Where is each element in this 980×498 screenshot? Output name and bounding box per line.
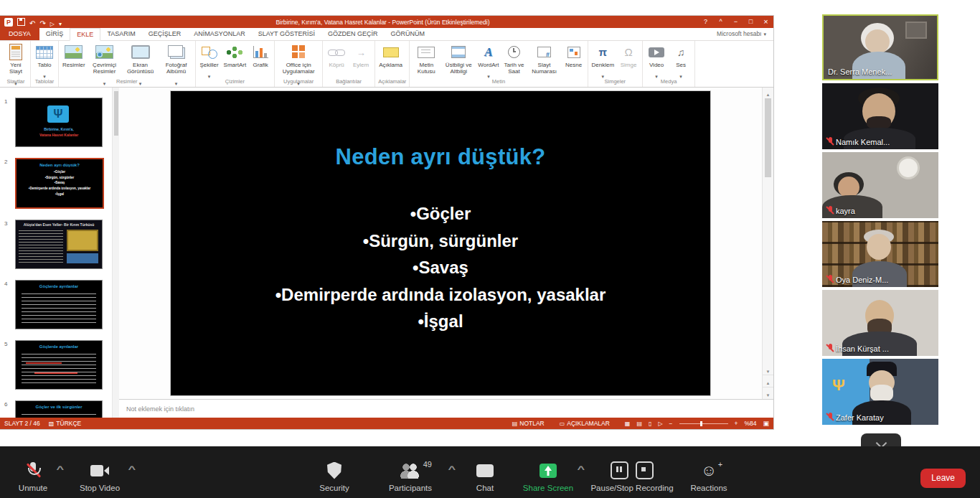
comments-toggle[interactable]: AÇIKLAMALAR: [560, 420, 610, 427]
pictures-button[interactable]: Resimler: [60, 42, 88, 69]
scrollbar-thumb[interactable]: [765, 98, 771, 177]
tab-giris[interactable]: GİRİŞ: [39, 28, 70, 40]
qat-customize-button[interactable]: [59, 16, 62, 29]
participant-tile-1[interactable]: Dr. Serra Menek...: [822, 14, 938, 80]
participant-tile-3[interactable]: kayra: [822, 152, 938, 218]
screenshot-icon: [131, 43, 150, 61]
tab-animasyonlar[interactable]: ANİMASYONLAR: [187, 28, 252, 40]
scrollbar-thumb[interactable]: [114, 91, 118, 136]
audio-options-caret[interactable]: ^: [56, 464, 64, 474]
view-reading-button[interactable]: [649, 420, 651, 427]
tab-ekle[interactable]: EKLE: [70, 28, 100, 41]
help-button[interactable]: [698, 16, 713, 29]
fit-to-window-button[interactable]: [763, 420, 769, 427]
ribbon-group-links: Köprü Eylem Bağlantılar: [323, 41, 375, 87]
undo-button[interactable]: [29, 16, 35, 29]
chart-button[interactable]: Grafik: [248, 42, 273, 69]
thumbnails-scrollbar[interactable]: [112, 88, 119, 418]
language-indicator[interactable]: TÜRKÇE: [49, 420, 82, 427]
next-slide-button[interactable]: [763, 387, 773, 399]
scroll-up-button[interactable]: [766, 88, 771, 98]
thumbnail-body: •Göçler •Sürgün, sürgünler •Savaş •Demir…: [17, 169, 103, 197]
slide-number-button[interactable]: Slayt Numarası: [527, 42, 562, 76]
text-box-button[interactable]: Metin Kutusu: [411, 42, 441, 76]
previous-slide-button[interactable]: [763, 375, 773, 387]
equation-button[interactable]: Denklem: [590, 42, 617, 82]
participant-tile-4[interactable]: Oya Deniz-M...: [822, 221, 938, 287]
maximize-button[interactable]: [743, 16, 758, 29]
close-button[interactable]: [758, 16, 773, 29]
symbol-button[interactable]: Simge: [616, 42, 641, 69]
save-button[interactable]: [17, 18, 25, 26]
view-normal-button[interactable]: [625, 420, 631, 427]
comment-button[interactable]: Açıklama: [377, 42, 405, 69]
participants-button[interactable]: 49 Participants: [376, 461, 445, 492]
audio-button[interactable]: Ses: [669, 42, 693, 82]
scroll-down-button[interactable]: [766, 365, 771, 375]
participants-count: 49: [423, 460, 432, 469]
slide-title-text[interactable]: Neden ayrı düştük?: [171, 144, 710, 170]
microsoft-account[interactable]: Microsoft hesabı: [717, 28, 773, 40]
slide-thumbnail-3[interactable]: Alüşta'dan Esen Yeller- Bir Kırım Türküs…: [15, 220, 103, 269]
tab-gozden-gecir[interactable]: GÖZDEN GEÇİR: [321, 28, 385, 40]
participant-tile-6[interactable]: Zafer Karatay: [822, 359, 938, 425]
zoom-out-button[interactable]: [669, 420, 673, 427]
slide-thumbnail-2[interactable]: Neden ayrı düştük? •Göçler •Sürgün, sürg…: [15, 158, 104, 209]
button-label: Yeni Slayt: [5, 62, 27, 75]
tab-gorunum[interactable]: GÖRÜNÜM: [384, 28, 431, 40]
security-button[interactable]: Security: [300, 461, 369, 492]
video-options-caret[interactable]: ^: [128, 464, 136, 474]
language-label: TÜRKÇE: [56, 420, 81, 427]
stop-video-button[interactable]: Stop Video: [65, 461, 134, 492]
pause-recording-button[interactable]: [611, 461, 628, 479]
stop-recording-button[interactable]: [636, 461, 654, 479]
slide-thumbnail-5[interactable]: Göçlerde ayrılanlar: [15, 340, 103, 390]
wordart-button[interactable]: WordArt: [476, 42, 501, 82]
slide-body-text[interactable]: •Göçler •Sürgün, sürgünler •Savaş •Demir…: [171, 200, 710, 335]
button-label: Tarih ve Saat: [504, 62, 525, 75]
button-label: Eylem: [353, 62, 369, 68]
button-label: Office için Uygulamalar: [278, 62, 319, 75]
hyperlink-button[interactable]: Köprü: [324, 42, 349, 69]
highlighted-text-line: [34, 372, 77, 374]
notes-toggle[interactable]: NOTLAR: [512, 420, 545, 427]
thumbnail-row: 1 Birbirine, Kırım'a, Vatana Hasret Kala…: [4, 98, 119, 147]
table-button[interactable]: Tablo: [32, 42, 57, 82]
slide-indicator[interactable]: SLAYT 2 / 46: [4, 420, 40, 427]
view-slide-sorter-button[interactable]: [636, 420, 642, 427]
participant-tile-2[interactable]: Namık Kemal...: [822, 83, 938, 149]
view-slideshow-button[interactable]: [658, 420, 662, 427]
reactions-button[interactable]: Reactions: [674, 461, 743, 492]
tab-gecisler[interactable]: GEÇİŞLER: [142, 28, 188, 40]
slide-thumbnail-1[interactable]: Birbirine, Kırım'a, Vatana Hasret Kalanl…: [15, 98, 103, 147]
date-time-button[interactable]: Tarih ve Saat: [501, 42, 527, 76]
smartart-button[interactable]: SmartArt: [222, 42, 249, 69]
tab-dosya[interactable]: DOSYA: [0, 28, 39, 40]
minimize-button[interactable]: [728, 16, 743, 29]
participant-name: Zafer Karatay: [826, 413, 884, 422]
slide-thumbnail-4[interactable]: Göçlerde ayrılanlar: [15, 280, 103, 329]
redo-button[interactable]: [39, 16, 45, 29]
reactions-label: Reactions: [690, 484, 727, 492]
thumbnail-row: 4 Göçlerde ayrılanlar: [4, 280, 119, 329]
video-button[interactable]: Video: [644, 42, 669, 82]
ribbon-options-button[interactable]: [713, 16, 728, 29]
participant-tile-5[interactable]: İhsan Kürşat ...: [822, 290, 938, 356]
tab-slayt-gosterisi[interactable]: SLAYT GÖSTERİSİ: [252, 28, 321, 40]
chat-button[interactable]: Chat: [451, 461, 519, 492]
participant-name: Oya Deniz-M...: [826, 275, 888, 284]
notes-pane[interactable]: Not eklemek için tıklatın: [119, 399, 773, 418]
zoom-in-button[interactable]: [735, 420, 738, 427]
start-slideshow-button[interactable]: [50, 16, 55, 29]
zoom-slider[interactable]: [679, 423, 728, 424]
tab-tasarim[interactable]: TASARIM: [100, 28, 141, 40]
zoom-percentage[interactable]: %84: [744, 420, 756, 427]
shapes-button[interactable]: Şekiller: [197, 42, 222, 82]
action-button[interactable]: Eylem: [349, 42, 373, 69]
leave-button[interactable]: Leave: [920, 469, 966, 488]
slide-thumbnail-6[interactable]: Göçler ve ilk sürgünler: [15, 400, 103, 418]
vertical-scrollbar[interactable]: [762, 88, 773, 399]
object-button[interactable]: Nesne: [562, 42, 586, 69]
header-footer-button[interactable]: Üstbilgi ve Altbilgi: [441, 42, 476, 76]
zoom-slider-thumb[interactable]: [700, 421, 702, 426]
